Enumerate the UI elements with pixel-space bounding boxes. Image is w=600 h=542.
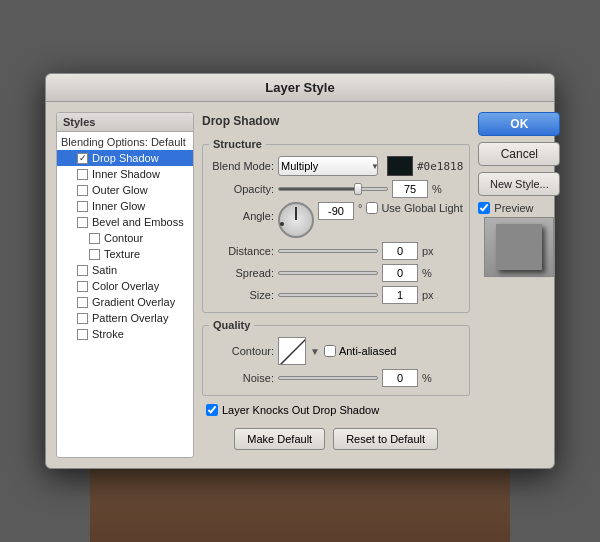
noise-input[interactable]: [382, 369, 418, 387]
layer-knocks-checkbox[interactable]: [206, 404, 218, 416]
blend-mode-row: Blend Mode: Multiply #0e1818: [209, 154, 463, 178]
stroke-cb[interactable]: [77, 329, 88, 340]
global-light-label[interactable]: Use Global Light: [366, 202, 462, 214]
distance-input[interactable]: [382, 242, 418, 260]
contour-arrow: ▼: [310, 346, 320, 357]
sidebar-item-bevel-emboss[interactable]: Bevel and Emboss: [57, 214, 193, 230]
contour-row: Contour: ▼ Anti-aliased: [209, 335, 463, 367]
outer-glow-label: Outer Glow: [92, 184, 148, 196]
opacity-slider-thumb[interactable]: [354, 183, 362, 195]
drop-shadow-checkbox[interactable]: ✓: [77, 153, 88, 164]
sidebar-item-color-overlay[interactable]: Color Overlay: [57, 278, 193, 294]
inner-shadow-checkbox[interactable]: [77, 169, 88, 180]
gradient-overlay-cb[interactable]: [77, 297, 88, 308]
dial-line: [295, 207, 297, 220]
sidebar-item-drop-shadow[interactable]: ✓ Drop Shadow: [57, 150, 193, 166]
preview-inner: [496, 224, 542, 270]
size-slider[interactable]: [278, 293, 378, 297]
ok-button[interactable]: OK: [478, 112, 560, 136]
pattern-overlay-label: Pattern Overlay: [92, 312, 168, 324]
global-light-text: Use Global Light: [381, 202, 462, 214]
texture-cb[interactable]: [89, 249, 100, 260]
noise-label: Noise:: [209, 372, 274, 384]
angle-dial[interactable]: [278, 202, 314, 238]
structure-fieldset: Structure Blend Mode: Multiply #0e1818 O…: [202, 138, 470, 313]
anti-aliased-text: Anti-aliased: [339, 345, 396, 357]
sidebar-item-contour[interactable]: Contour: [57, 230, 193, 246]
sidebar-item-inner-glow[interactable]: Inner Glow: [57, 198, 193, 214]
blend-mode-select[interactable]: Multiply: [278, 156, 378, 176]
sidebar-item-pattern-overlay[interactable]: Pattern Overlay: [57, 310, 193, 326]
layer-knocks-label[interactable]: Layer Knocks Out Drop Shadow: [206, 404, 379, 416]
sidebar-item-satin[interactable]: Satin: [57, 262, 193, 278]
bottom-buttons-row: Make Default Reset to Default: [202, 424, 470, 458]
sidebar-item-outer-glow[interactable]: Outer Glow: [57, 182, 193, 198]
inner-glow-label: Inner Glow: [92, 200, 145, 212]
spread-slider[interactable]: [278, 271, 378, 275]
contour-cb[interactable]: [89, 233, 100, 244]
reset-default-button[interactable]: Reset to Default: [333, 428, 438, 450]
angle-row: Angle: ° Use Global Light: [209, 200, 463, 240]
styles-list: Blending Options: Default ✓ Drop Shadow …: [57, 132, 193, 344]
sidebar-item-gradient-overlay[interactable]: Gradient Overlay: [57, 294, 193, 310]
bevel-emboss-checkbox[interactable]: [77, 217, 88, 228]
opacity-slider[interactable]: [278, 187, 388, 191]
noise-row: Noise: %: [209, 367, 463, 389]
opacity-input[interactable]: [392, 180, 428, 198]
color-overlay-cb[interactable]: [77, 281, 88, 292]
quality-legend: Quality: [209, 319, 254, 331]
angle-input[interactable]: [318, 202, 354, 220]
preview-checkbox[interactable]: [478, 202, 490, 214]
new-style-button[interactable]: New Style...: [478, 172, 560, 196]
drop-shadow-label: Drop Shadow: [92, 152, 159, 164]
blend-mode-select-wrapper: Multiply: [278, 156, 383, 176]
anti-aliased-label[interactable]: Anti-aliased: [324, 345, 396, 357]
pattern-overlay-cb[interactable]: [77, 313, 88, 324]
structure-legend: Structure: [209, 138, 266, 150]
color-overlay-label: Color Overlay: [92, 280, 159, 292]
sidebar-item-stroke[interactable]: Stroke: [57, 326, 193, 342]
noise-slider[interactable]: [278, 376, 378, 380]
satin-cb[interactable]: [77, 265, 88, 276]
inner-shadow-label: Inner Shadow: [92, 168, 160, 180]
spread-label: Spread:: [209, 267, 274, 279]
preview-label: Preview: [494, 202, 533, 214]
stroke-label: Stroke: [92, 328, 124, 340]
contour-label: Contour:: [209, 345, 274, 357]
size-row: Size: px: [209, 284, 463, 306]
spread-row: Spread: %: [209, 262, 463, 284]
distance-slider[interactable]: [278, 249, 378, 253]
styles-panel: Styles Blending Options: Default ✓ Drop …: [56, 112, 194, 458]
sidebar-item-texture[interactable]: Texture: [57, 246, 193, 262]
global-light-checkbox[interactable]: [366, 202, 378, 214]
distance-unit: px: [422, 245, 434, 257]
make-default-button[interactable]: Make Default: [234, 428, 325, 450]
outer-glow-checkbox[interactable]: [77, 185, 88, 196]
cancel-button[interactable]: Cancel: [478, 142, 560, 166]
anti-aliased-checkbox[interactable]: [324, 345, 336, 357]
blend-mode-label: Blend Mode:: [209, 160, 274, 172]
preview-row: Preview: [478, 202, 560, 214]
gradient-overlay-label: Gradient Overlay: [92, 296, 175, 308]
layer-style-dialog: Layer Style Styles Blending Options: Def…: [45, 73, 555, 469]
styles-panel-header: Styles: [57, 113, 193, 132]
drop-shadow-title: Drop Shadow: [202, 112, 470, 132]
inner-glow-checkbox[interactable]: [77, 201, 88, 212]
quality-fieldset: Quality Contour: ▼ Anti-aliased: [202, 319, 470, 396]
preview-box: [484, 217, 554, 277]
sidebar-item-inner-shadow[interactable]: Inner Shadow: [57, 166, 193, 182]
sidebar-item-blending-options[interactable]: Blending Options: Default: [57, 134, 193, 150]
contour-preview[interactable]: [278, 337, 306, 365]
blending-options-label: Blending Options: Default: [61, 136, 186, 148]
dial-indicator: [280, 222, 284, 226]
opacity-unit: %: [432, 183, 442, 195]
shadow-color-swatch[interactable]: [387, 156, 413, 176]
noise-unit: %: [422, 372, 432, 384]
bevel-emboss-label: Bevel and Emboss: [92, 216, 184, 228]
dialog-title: Layer Style: [46, 74, 554, 102]
satin-label: Satin: [92, 264, 117, 276]
size-input[interactable]: [382, 286, 418, 304]
spread-input[interactable]: [382, 264, 418, 282]
distance-row: Distance: px: [209, 240, 463, 262]
size-label: Size:: [209, 289, 274, 301]
